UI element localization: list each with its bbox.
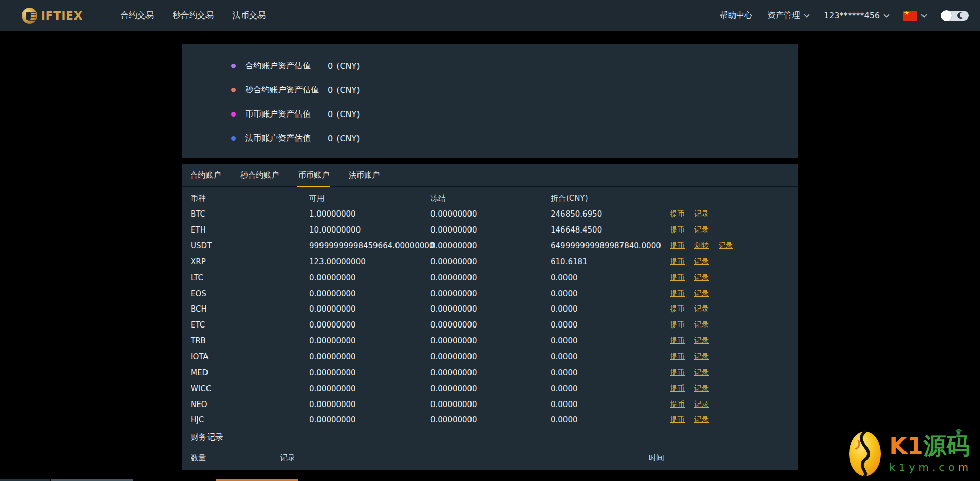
crown-icon: ♛ <box>955 428 962 436</box>
withdraw-link[interactable]: 提币 <box>670 304 685 314</box>
withdraw-link[interactable]: 提币 <box>670 241 685 251</box>
k1-domain: k1ym.com <box>889 461 972 473</box>
cny-cell: 0.0000 <box>551 289 670 298</box>
withdraw-link[interactable]: 提币 <box>670 257 685 266</box>
row-actions: 提币记录 <box>670 384 790 393</box>
nav-item-合约交易[interactable]: 合约交易 <box>121 10 154 21</box>
available-cell: 0.00000000 <box>309 384 430 393</box>
record-link[interactable]: 记录 <box>694 400 709 409</box>
k1-title: K1源码 ♛ <box>889 434 972 457</box>
logo[interactable]: IFTIEX <box>22 8 83 24</box>
available-cell: 1.00000000 <box>309 209 430 219</box>
record-link[interactable]: 记录 <box>694 257 709 266</box>
summary-label: 合约账户资产估值 <box>245 61 328 71</box>
coin-cell: BCH <box>191 304 309 314</box>
k1-logo-icon <box>848 429 882 478</box>
available-cell: 0.00000000 <box>309 352 430 361</box>
record-link[interactable]: 记录 <box>694 273 709 282</box>
k1-title-k1: K1 <box>889 432 923 459</box>
frozen-cell: 0.00000000 <box>430 415 551 425</box>
bullet-dot-icon <box>231 64 236 68</box>
withdraw-link[interactable]: 提币 <box>670 273 685 282</box>
available-cell: 0.00000000 <box>309 368 430 377</box>
table-row: XRP123.000000000.00000000610.6181提币记录 <box>191 254 790 270</box>
summary-value: 0 <box>328 85 333 95</box>
withdraw-link[interactable]: 提币 <box>670 400 685 409</box>
coin-cell: IOTA <box>191 352 309 361</box>
available-cell: 99999999998459664.00000000 <box>309 241 430 251</box>
row-actions: 提币记录 <box>670 304 790 314</box>
available-cell: 0.00000000 <box>309 320 430 330</box>
row-actions: 提币记录 <box>670 336 790 345</box>
tab-币币账户[interactable]: 币币账户 <box>298 164 329 186</box>
record-link[interactable]: 记录 <box>694 225 709 235</box>
chevron-down-icon <box>804 12 809 17</box>
record-link[interactable]: 记录 <box>694 320 709 330</box>
coin-cell: HJC <box>191 415 309 425</box>
k1-watermark: K1源码 ♛ k1ym.com <box>848 429 972 478</box>
record-link[interactable]: 记录 <box>694 209 709 219</box>
asset-management-dropdown[interactable]: 资产管理 <box>767 10 809 21</box>
nav-item-秒合约交易[interactable]: 秒合约交易 <box>173 10 214 21</box>
asset-summary-panel: 合约账户资产估值0(CNY)秒合约账户资产估值0(CNY)币币账户资产估值0(C… <box>182 44 798 158</box>
record-link[interactable]: 记录 <box>694 415 709 425</box>
record-link[interactable]: 记录 <box>694 352 709 361</box>
available-cell: 10.00000000 <box>309 225 430 235</box>
withdraw-link[interactable]: 提币 <box>670 209 685 219</box>
coin-cell: ETC <box>191 320 309 330</box>
withdraw-link[interactable]: 提币 <box>670 368 685 377</box>
record-link[interactable]: 记录 <box>719 241 733 251</box>
record-link[interactable]: 记录 <box>694 384 709 393</box>
k1-domain-tail: m <box>958 461 972 473</box>
account-number: 123******456 <box>824 11 880 21</box>
summary-label: 币币账户资产估值 <box>245 109 328 120</box>
withdraw-link[interactable]: 提币 <box>670 415 685 425</box>
record-link[interactable]: 记录 <box>694 289 709 298</box>
help-center-link[interactable]: 帮助中心 <box>720 10 752 21</box>
withdraw-link[interactable]: 提币 <box>670 352 685 361</box>
k1-watermark-text: K1源码 ♛ k1ym.com <box>889 434 972 473</box>
withdraw-link[interactable]: 提币 <box>670 336 685 345</box>
record-link[interactable]: 记录 <box>694 368 709 377</box>
summary-row: 合约账户资产估值0(CNY) <box>182 54 798 78</box>
available-cell: 0.00000000 <box>309 273 430 282</box>
navbar: IFTIEX 合约交易秒合约交易法币交易 帮助中心 资产管理 123******… <box>0 0 980 31</box>
row-actions: 提币记录 <box>670 289 790 298</box>
bullet-dot-icon <box>231 136 236 141</box>
table-row: EOS0.000000000.000000000.0000提币记录 <box>191 285 790 301</box>
cny-cell: 146648.4500 <box>551 225 670 235</box>
bullet-dot-icon <box>231 88 236 92</box>
theme-toggle[interactable] <box>941 11 969 21</box>
summary-label: 法币账户资产估值 <box>245 133 328 144</box>
coin-cell: ETH <box>191 225 309 235</box>
row-actions: 提币记录 <box>670 257 790 266</box>
withdraw-link[interactable]: 提币 <box>670 289 685 298</box>
transfer-link[interactable]: 划转 <box>694 241 709 251</box>
coin-cell: XRP <box>191 257 309 266</box>
record-link[interactable]: 记录 <box>694 336 709 345</box>
table-row: USDT99999999998459664.000000000.00000000… <box>191 238 790 254</box>
record-link[interactable]: 记录 <box>694 304 709 314</box>
language-dropdown[interactable]: ★ <box>903 11 926 21</box>
balances-table: 币种 可用 冻结 折合(CNY) BTC1.000000000.00000000… <box>182 187 798 428</box>
withdraw-link[interactable]: 提币 <box>670 225 685 235</box>
frozen-cell: 0.00000000 <box>430 289 551 298</box>
tab-合约账户[interactable]: 合约账户 <box>190 164 221 186</box>
cny-cell: 0.0000 <box>551 273 670 282</box>
summary-unit: (CNY) <box>336 85 360 95</box>
financial-header-row: 数量 记录 时间 <box>182 451 798 466</box>
tab-法币账户[interactable]: 法币账户 <box>349 164 380 186</box>
coin-cell: NEO <box>191 400 309 409</box>
available-cell: 0.00000000 <box>309 415 430 425</box>
account-dropdown[interactable]: 123******456 <box>824 11 889 21</box>
frozen-cell: 0.00000000 <box>430 368 551 377</box>
withdraw-link[interactable]: 提币 <box>670 320 685 330</box>
available-cell: 0.00000000 <box>309 336 430 345</box>
table-row: ETH10.000000000.00000000146648.4500提币记录 <box>191 222 790 238</box>
frozen-cell: 0.00000000 <box>430 241 551 251</box>
account-tabs: 合约账户秒合约账户币币账户法币账户 <box>182 164 798 187</box>
withdraw-link[interactable]: 提币 <box>670 384 685 393</box>
summary-row: 币币账户资产估值0(CNY) <box>182 102 798 126</box>
tab-秒合约账户[interactable]: 秒合约账户 <box>240 164 279 186</box>
nav-item-法币交易[interactable]: 法币交易 <box>233 10 266 21</box>
